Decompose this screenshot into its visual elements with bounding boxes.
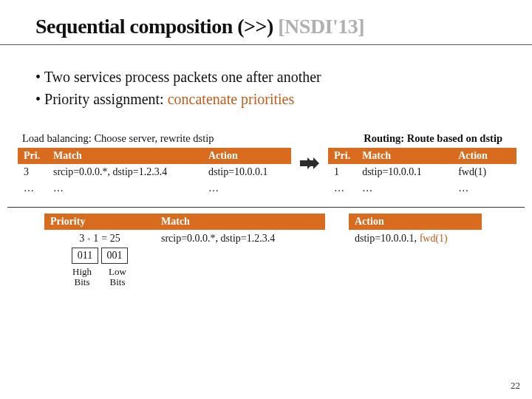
match-head: Match	[155, 214, 325, 230]
cell-action: dstip=10.0.0.1	[202, 164, 291, 180]
th-pri: Pri.	[328, 148, 356, 164]
bullet-2-hl: concatenate priorities	[168, 91, 295, 107]
th-match: Match	[356, 148, 452, 164]
page-number: 22	[511, 380, 520, 392]
table-row: 1 dstip=10.0.0.1 fwd(1)	[328, 164, 516, 180]
arrow-icon	[297, 148, 322, 170]
pri-left-val: 3	[79, 233, 84, 245]
cell-match: …	[47, 180, 202, 197]
left-table: Pri. Match Action 3 srcip=0.0.0.*, dstip…	[18, 148, 291, 197]
title-main: Sequential composition (>>)	[35, 15, 273, 38]
bullet-1: Two services process packets one after a…	[35, 66, 497, 88]
th-match: Match	[47, 148, 202, 164]
combined-action-col: Action dstip=10.0.0.1, fwd(1)	[349, 214, 482, 248]
th-pri: Pri.	[18, 148, 47, 164]
bits-labels: High Bits Low Bits	[44, 264, 155, 288]
bullet-1-text: Two services process packets one after a…	[44, 69, 321, 85]
cell-pri: …	[328, 180, 356, 197]
bits-low: 001	[101, 248, 128, 264]
match-val: srcip=0.0.0.*, dstip=1.2.3.4	[155, 230, 325, 248]
bits-row: 011 001	[44, 248, 155, 264]
caption-right: Routing: Route based on dstip	[364, 132, 502, 145]
th-action: Action	[452, 148, 516, 164]
cell-action: fwd(1)	[452, 164, 516, 180]
table-row: 3 srcip=0.0.0.*, dstip=1.2.3.4 dstip=10.…	[18, 164, 291, 180]
combined-match-col: Match srcip=0.0.0.*, dstip=1.2.3.4	[155, 214, 325, 248]
cell-pri: 3	[18, 164, 47, 180]
action-head: Action	[349, 214, 482, 230]
cell-action: …	[452, 180, 516, 197]
cell-match: srcip=0.0.0.*, dstip=1.2.3.4	[47, 164, 202, 180]
tables-row: Pri. Match Action 3 srcip=0.0.0.*, dstip…	[0, 148, 532, 197]
combined-next: Match srcip=0.0.0.*, dstip=1.2.3.4 Actio…	[155, 214, 514, 248]
cell-match: dstip=10.0.0.1	[356, 164, 452, 180]
bits-label-high: High Bits	[67, 267, 97, 288]
priority-concat-row: 3 ◦ 1 = 25	[44, 230, 155, 248]
title-area: Sequential composition (>>) [NSDI'13]	[0, 0, 532, 45]
table-header-row: Pri. Match Action	[328, 148, 516, 164]
bullet-2-pre: Priority assignment:	[44, 91, 168, 107]
table-captions: Load balancing: Choose server, rewrite d…	[0, 128, 532, 148]
bullet-2: Priority assignment: concatenate priorit…	[35, 88, 497, 110]
cell-pri: 1	[328, 164, 356, 180]
right-table: Pri. Match Action 1 dstip=10.0.0.1 fwd(1…	[328, 148, 516, 197]
pri-result: = 25	[101, 233, 120, 245]
bullet-list: Two services process packets one after a…	[0, 45, 532, 128]
bits-label-low: Low Bits	[103, 267, 132, 288]
cell-action: …	[202, 180, 291, 197]
title-sub: [NSDI'13]	[278, 15, 364, 38]
table-row: … … …	[328, 180, 516, 197]
bits-high: 011	[72, 248, 98, 264]
concat-symbol: ◦	[87, 234, 90, 243]
cell-match: …	[356, 180, 452, 197]
priority-box: Priority 3 ◦ 1 = 25 011 001 High Bits Lo…	[44, 214, 155, 288]
action-val-hl: fwd(1)	[420, 233, 448, 244]
cell-pri: …	[18, 180, 47, 197]
th-action: Action	[202, 148, 291, 164]
table-header-row: Pri. Match Action	[18, 148, 291, 164]
caption-left: Load balancing: Choose server, rewrite d…	[22, 132, 214, 145]
action-val-pre: dstip=10.0.0.1,	[355, 233, 420, 244]
separator	[7, 207, 525, 208]
pri-right-val: 1	[93, 233, 98, 245]
action-val: dstip=10.0.0.1, fwd(1)	[349, 230, 482, 248]
priority-head: Priority	[44, 214, 155, 230]
combined-row: Priority 3 ◦ 1 = 25 011 001 High Bits Lo…	[0, 214, 532, 288]
slide: Sequential composition (>>) [NSDI'13] Tw…	[0, 0, 532, 399]
page-title: Sequential composition (>>) [NSDI'13]	[35, 15, 497, 38]
table-row: … … …	[18, 180, 291, 197]
